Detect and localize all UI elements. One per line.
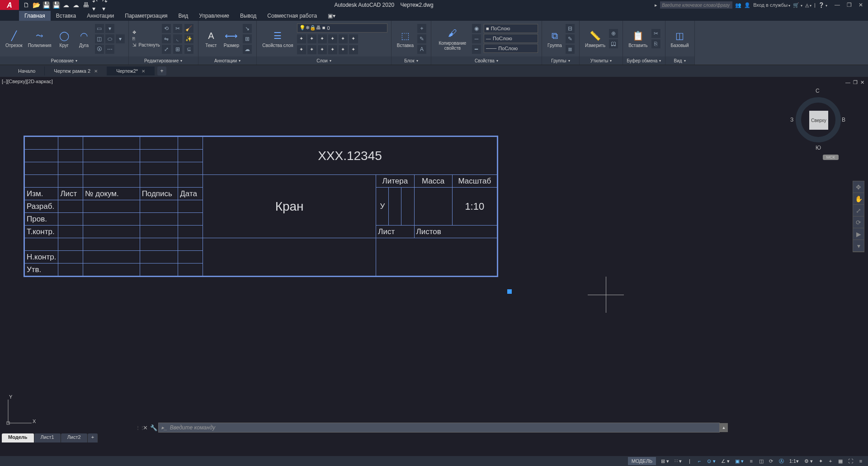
vc-north[interactable]: С xyxy=(816,88,820,94)
ellipse-icon[interactable]: ⬭ xyxy=(105,34,114,43)
cmd-handle[interactable]: ⋮⋮ xyxy=(136,423,141,433)
panel-groups-title[interactable]: Группы xyxy=(542,56,579,65)
tab-parametric[interactable]: Параметризация xyxy=(119,11,173,21)
sb-snap-icon[interactable]: ∷ ▾ xyxy=(672,457,684,465)
tab-collaborate[interactable]: Совместная работа xyxy=(262,11,322,21)
cbcopy-icon[interactable]: ⎘ xyxy=(651,39,660,48)
misc2-icon[interactable]: ⋯ xyxy=(105,45,114,54)
drawing-area[interactable]: [–][Сверху][2D-каркас] — ❐ ✕ С Ю З В Све… xyxy=(0,77,868,453)
vc-west[interactable]: З xyxy=(790,117,793,123)
trim-icon[interactable]: ✂ xyxy=(173,24,182,33)
layer-tool-5[interactable]: ✦ xyxy=(339,34,348,43)
util1-icon[interactable]: ⊕ xyxy=(609,29,618,38)
polyline-button[interactable]: ⤳Полилиния xyxy=(26,28,53,49)
minimize-icon[interactable]: — xyxy=(834,1,841,9)
table-icon[interactable]: ⊞ xyxy=(243,34,252,43)
attr-icon[interactable]: A xyxy=(417,45,426,54)
wcs-badge[interactable]: МСК xyxy=(823,155,839,160)
circle-button[interactable]: ◯Круг xyxy=(55,28,73,49)
vp-max-icon[interactable]: ❐ xyxy=(853,80,858,85)
util2-icon[interactable]: 🕮 xyxy=(609,39,618,48)
save-icon[interactable]: 💾 xyxy=(42,1,50,9)
nav-more-icon[interactable]: ▾ xyxy=(853,240,864,252)
layer-tool-3[interactable]: ✦ xyxy=(318,34,327,43)
cmd-close-icon[interactable]: ✕ xyxy=(141,424,149,431)
zoom-extents-icon[interactable]: ⤢ xyxy=(853,205,864,217)
tab-annotate[interactable]: Аннотации xyxy=(81,11,119,21)
edit-block-icon[interactable]: ✎ xyxy=(417,34,426,43)
sb-annoscale-icon[interactable]: Ⓐ xyxy=(777,457,786,465)
layer-tool-4[interactable]: ✦ xyxy=(328,34,337,43)
sb-cleanscreen-icon[interactable]: ⛶ xyxy=(846,457,855,465)
ungroup-icon[interactable]: ⊟ xyxy=(566,24,575,33)
dd-icon[interactable]: ▾ xyxy=(105,24,114,33)
full-nav-icon[interactable]: ✥ xyxy=(853,181,864,193)
move-button[interactable]: ✥ xyxy=(132,30,160,35)
layer-tool-12[interactable]: ✦ xyxy=(349,45,358,54)
panel-view-title[interactable]: Вид xyxy=(665,56,694,65)
sb-gear-icon[interactable]: ⚙ ▾ xyxy=(802,457,815,465)
ucs-icon[interactable]: X Y xyxy=(5,396,36,428)
close-tab-icon[interactable]: ✕ xyxy=(94,69,98,74)
tab-file-2[interactable]: Чертеж2*✕ xyxy=(107,66,155,75)
dd2-icon[interactable]: ▾ xyxy=(116,34,125,43)
rect-icon[interactable]: ▭ xyxy=(95,24,104,33)
sb-qp-icon[interactable]: ▦ xyxy=(836,457,845,465)
lineweight-icon[interactable]: ━ xyxy=(472,45,481,54)
sb-workspace-icon[interactable]: ✦ xyxy=(816,457,825,465)
web-open-icon[interactable]: ☁ xyxy=(62,1,70,9)
array-icon[interactable]: ⊞ xyxy=(173,45,182,54)
text-button[interactable]: AТекст xyxy=(202,28,220,49)
rotate-icon[interactable]: ⟲ xyxy=(162,24,171,33)
web-save-icon[interactable]: ☁ xyxy=(72,1,80,9)
cmd-history-icon[interactable]: ▲ xyxy=(720,423,728,432)
showmotion-icon[interactable]: ▶ xyxy=(853,228,864,240)
selection-grip[interactable] xyxy=(507,289,512,294)
redo-icon[interactable]: ↷ ▾ xyxy=(102,1,109,9)
tab-featured[interactable]: ▣▾ xyxy=(322,11,341,21)
add-tab-button[interactable]: + xyxy=(157,66,166,75)
measure-button[interactable]: 📏Измерить xyxy=(583,28,607,49)
arc-button[interactable]: ◠Дуга xyxy=(75,28,93,49)
erase-icon[interactable]: 🧹 xyxy=(184,24,193,33)
cloud-icon[interactable]: ☁ xyxy=(243,45,252,54)
panel-layers-title[interactable]: Слои xyxy=(257,56,391,65)
open-icon[interactable]: 📂 xyxy=(33,1,40,9)
panel-block-title[interactable]: Блок xyxy=(392,56,431,65)
tab-insert[interactable]: Вставка xyxy=(51,11,82,21)
layer-tool-10[interactable]: ✦ xyxy=(328,45,337,54)
tab-view[interactable]: Вид xyxy=(173,11,194,21)
linetype-icon[interactable]: ─ xyxy=(472,34,481,43)
copy-button[interactable]: ⎘ xyxy=(132,36,160,41)
dim-button[interactable]: ⟷Размер xyxy=(222,28,241,49)
viewport-label[interactable]: [–][Сверху][2D-каркас] xyxy=(2,79,53,84)
group-mgr-icon[interactable]: ≣ xyxy=(566,45,575,54)
paste-button[interactable]: 📋Вставить xyxy=(627,28,649,49)
vp-close-icon[interactable]: ✕ xyxy=(860,80,864,85)
color-wheel-icon[interactable]: ◉ xyxy=(472,24,481,33)
vp-min-icon[interactable]: — xyxy=(845,80,850,85)
user-icon[interactable]: 👤 xyxy=(744,2,750,8)
cut-icon[interactable]: ✂ xyxy=(651,29,660,38)
search-input[interactable]: Введите ключевое слово/фразу xyxy=(660,1,732,9)
sb-iso-icon[interactable]: ∠ ▾ xyxy=(719,457,732,465)
tab-start[interactable]: Начало xyxy=(9,66,45,75)
panel-clip-title[interactable]: Буфер обмена xyxy=(623,56,665,65)
command-input[interactable]: ▸_ Введите команду xyxy=(158,423,720,433)
search-arrow-icon[interactable]: ▸ xyxy=(655,2,657,8)
fillet-icon[interactable]: ◟ xyxy=(173,34,182,43)
lineweight-combo[interactable]: — ПоСлою xyxy=(484,34,538,43)
sb-osnap-icon[interactable]: ▣ ▾ xyxy=(733,457,746,465)
mirror-icon[interactable]: ⇋ xyxy=(162,34,171,43)
layer-combo[interactable]: 💡❄🔒🖶 ■ 0 xyxy=(297,24,387,33)
stretch-button[interactable]: ⇲Растянуть xyxy=(132,42,160,47)
layout-2[interactable]: Лист2 xyxy=(61,433,88,442)
misc1-icon[interactable]: ⦿ xyxy=(95,45,104,54)
sb-transparency-icon[interactable]: ◫ xyxy=(757,457,766,465)
layer-tool-1[interactable]: ✦ xyxy=(297,34,306,43)
panel-utils-title[interactable]: Утилиты xyxy=(580,56,623,65)
sb-grid-icon[interactable]: ⊞ ▾ xyxy=(659,457,671,465)
vc-face-top[interactable]: Сверху xyxy=(809,111,828,130)
panel-annot-title[interactable]: Аннотации xyxy=(198,56,256,65)
pan-icon[interactable]: ✋ xyxy=(853,193,864,205)
